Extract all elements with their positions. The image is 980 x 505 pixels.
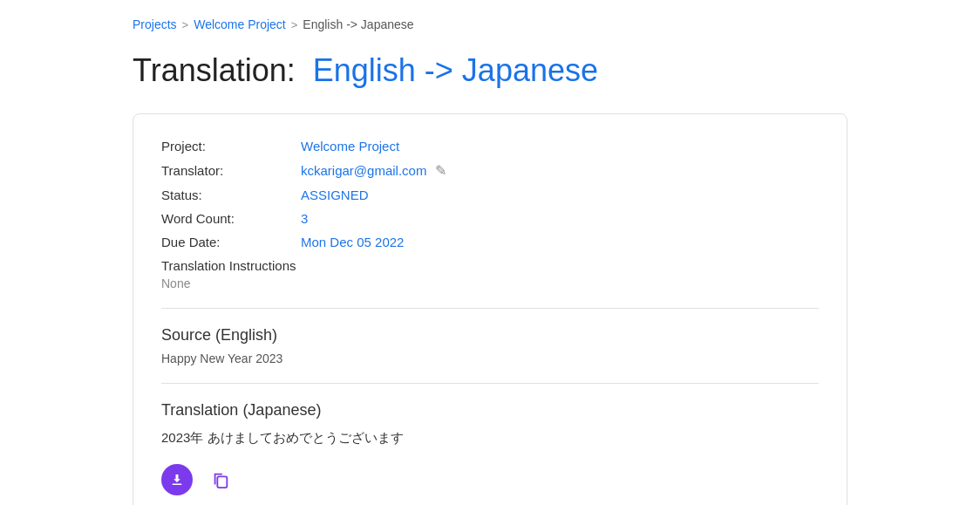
word-count-label: Word Count:: [161, 211, 301, 226]
breadcrumb: Projects > Welcome Project > English -> …: [133, 17, 847, 31]
breadcrumb-welcome-project-link[interactable]: Welcome Project: [194, 17, 286, 31]
svg-rect-0: [217, 476, 227, 488]
translator-value: kckarigar@gmail.com: [301, 163, 426, 178]
status-label: Status:: [161, 188, 301, 202]
status-value: ASSIGNED: [301, 188, 369, 202]
download-icon: [161, 464, 193, 495]
word-count-value: 3: [301, 211, 308, 226]
source-title: Source (English): [161, 326, 819, 345]
instructions-block: Translation Instructions None: [161, 258, 819, 290]
action-icons: [161, 464, 819, 495]
status-row: Status: ASSIGNED: [161, 188, 819, 202]
translator-label: Translator:: [161, 163, 301, 178]
edit-icon[interactable]: ✎: [435, 162, 446, 179]
breadcrumb-current: English -> Japanese: [303, 17, 413, 31]
download-button[interactable]: [161, 464, 193, 495]
info-section: Project: Welcome Project Translator: kck…: [161, 139, 819, 309]
project-value[interactable]: Welcome Project: [301, 139, 399, 154]
translator-row: Translator: kckarigar@gmail.com ✎: [161, 162, 819, 179]
source-text: Happy New Year 2023: [161, 351, 819, 365]
breadcrumb-projects-link[interactable]: Projects: [133, 17, 177, 31]
instructions-value: None: [161, 276, 819, 290]
due-date-row: Due Date: Mon Dec 05 2022: [161, 235, 819, 249]
due-date-label: Due Date:: [161, 235, 301, 249]
due-date-value: Mon Dec 05 2022: [301, 235, 404, 249]
instructions-title: Translation Instructions: [161, 258, 819, 273]
page-title-lang: English -> Japanese: [313, 52, 598, 88]
project-row: Project: Welcome Project: [161, 139, 819, 154]
page-title-prefix: Translation:: [133, 52, 296, 88]
word-count-row: Word Count: 3: [161, 211, 819, 226]
copy-icon: [207, 466, 235, 494]
translation-text: 2023年 あけましておめでとうございます: [161, 430, 819, 447]
translation-title: Translation (Japanese): [161, 401, 819, 420]
breadcrumb-sep-1: >: [182, 18, 189, 31]
source-section: Source (English) Happy New Year 2023: [161, 326, 819, 384]
copy-button[interactable]: [207, 466, 235, 494]
breadcrumb-sep-2: >: [291, 18, 298, 31]
page-title: Translation: English -> Japanese: [133, 52, 847, 89]
translation-card: Project: Welcome Project Translator: kck…: [133, 113, 847, 505]
project-label: Project:: [161, 139, 301, 154]
translation-section: Translation (Japanese) 2023年 あけましておめでとうご…: [161, 401, 819, 505]
